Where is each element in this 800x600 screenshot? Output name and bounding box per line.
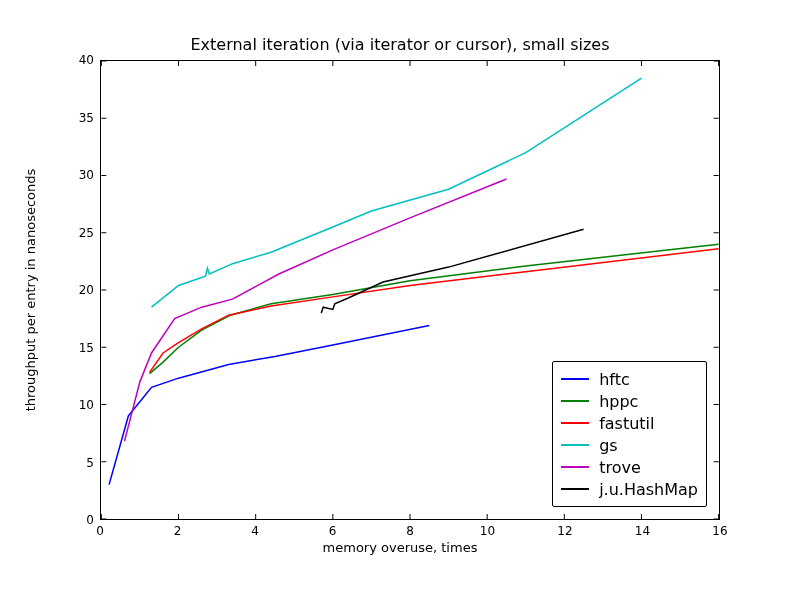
y-tick-label: 15 <box>79 341 94 355</box>
x-tick-label: 10 <box>480 524 495 538</box>
legend-label: j.u.HashMap <box>599 480 698 499</box>
legend-swatch <box>561 400 589 402</box>
legend-item: trove <box>561 456 698 478</box>
series-line <box>321 229 583 313</box>
x-tick-label: 14 <box>635 524 650 538</box>
series-line <box>109 325 429 484</box>
series-line <box>124 179 506 441</box>
y-tick-label: 30 <box>79 168 94 182</box>
y-tick-label: 20 <box>79 283 94 297</box>
legend-swatch <box>561 466 589 468</box>
legend-label: gs <box>599 436 618 455</box>
legend-item: j.u.HashMap <box>561 478 698 500</box>
legend-label: hftc <box>599 370 630 389</box>
x-tick-label: 4 <box>251 524 259 538</box>
chart-figure: External iteration (via iterator or curs… <box>0 0 800 600</box>
y-tick-label: 5 <box>86 456 94 470</box>
series-line <box>150 249 719 373</box>
legend-box: hftchppcfastutilgstrovej.u.HashMap <box>552 361 707 507</box>
legend-item: fastutil <box>561 412 698 434</box>
legend-label: trove <box>599 458 641 477</box>
y-tick-label: 10 <box>79 398 94 412</box>
x-tick-label: 16 <box>712 524 727 538</box>
legend-swatch <box>561 422 589 424</box>
legend-swatch <box>561 488 589 490</box>
y-axis-label: throughput per entry in nanoseconds <box>23 169 38 412</box>
legend-label: hppc <box>599 392 638 411</box>
x-tick-label: 2 <box>174 524 182 538</box>
x-tick-label: 8 <box>406 524 414 538</box>
legend-item: hppc <box>561 390 698 412</box>
chart-title: External iteration (via iterator or curs… <box>0 35 800 54</box>
y-tick-label: 40 <box>79 53 94 67</box>
y-tick-label: 25 <box>79 226 94 240</box>
legend-swatch <box>561 378 589 380</box>
x-tick-label: 12 <box>557 524 572 538</box>
legend-label: fastutil <box>599 414 654 433</box>
series-line <box>152 78 642 307</box>
legend-item: gs <box>561 434 698 456</box>
y-tick-label: 0 <box>86 513 94 527</box>
chart-axes: hftchppcfastutilgstrovej.u.HashMap <box>100 60 720 520</box>
x-tick-label: 6 <box>329 524 337 538</box>
x-tick-label: 0 <box>96 524 104 538</box>
x-axis-label: memory overuse, times <box>0 540 800 555</box>
legend-swatch <box>561 444 589 446</box>
legend-item: hftc <box>561 368 698 390</box>
y-tick-label: 35 <box>79 111 94 125</box>
